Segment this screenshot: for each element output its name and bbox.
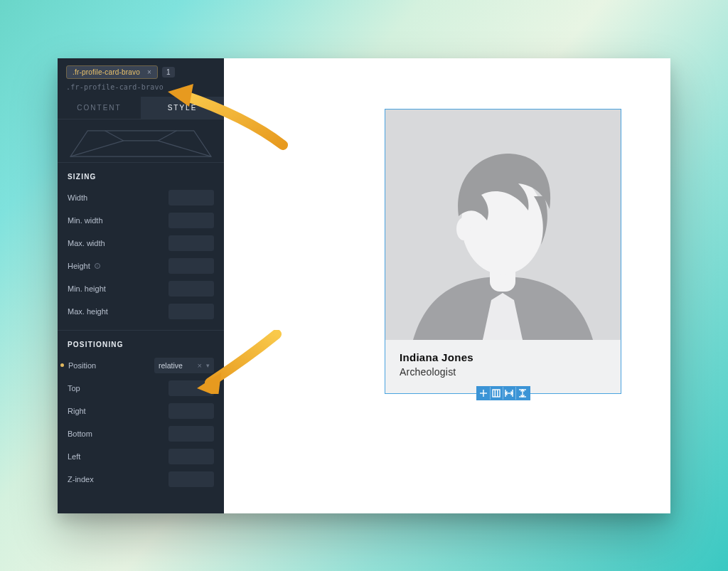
prop-max-height: Max. height: [68, 301, 214, 321]
svg-rect-9: [493, 390, 500, 397]
input-left[interactable]: [168, 449, 214, 464]
label-max-height: Max. height: [68, 307, 168, 316]
prop-z-index: Z-index: [68, 469, 214, 489]
input-height[interactable]: [168, 258, 214, 274]
element-toolbar: [476, 386, 530, 400]
selector-chip[interactable]: .fr-profile-card-bravo ×: [66, 65, 158, 79]
toolbar-spacing-h-button[interactable]: [503, 387, 516, 400]
prop-bottom: Bottom: [68, 424, 214, 444]
modified-indicator-icon: [60, 363, 64, 367]
profile-card-body: Indiana Jones Archeologist: [385, 340, 621, 393]
prop-width: Width: [68, 188, 214, 208]
label-height: Height i: [68, 262, 168, 270]
prop-min-height: Min. height: [68, 279, 214, 299]
input-right[interactable]: [168, 403, 214, 419]
tab-content[interactable]: CONTENT: [58, 97, 141, 119]
label-z-index: Z-index: [68, 475, 168, 484]
input-min-width[interactable]: [168, 213, 214, 228]
prop-left: Left: [68, 447, 214, 466]
selector-remove-icon[interactable]: ×: [147, 68, 151, 76]
selector-breadcrumb[interactable]: .fr-profile-card-bravo: [58, 83, 224, 97]
svg-line-1: [105, 130, 124, 140]
label-top: Top: [68, 384, 168, 393]
input-top[interactable]: [168, 380, 214, 396]
avatar-placeholder: [385, 110, 621, 340]
input-bottom[interactable]: [168, 426, 214, 442]
style-panel: .fr-profile-card-bravo × 1 .fr-profile-c…: [58, 58, 224, 513]
select-position[interactable]: relative × ▾: [154, 358, 214, 373]
clear-position-icon[interactable]: ×: [198, 361, 202, 370]
selector-chip-text: .fr-profile-card-bravo: [73, 68, 140, 76]
panel-tabs: CONTENT STYLE: [58, 97, 224, 119]
prop-right: Right: [68, 401, 214, 421]
prop-height: Height i: [68, 256, 214, 276]
prop-position: Position relative × ▾: [68, 356, 214, 375]
app-window: .fr-profile-card-bravo × 1 .fr-profile-c…: [58, 58, 670, 513]
input-max-height[interactable]: [168, 304, 214, 319]
label-right: Right: [68, 407, 168, 415]
prop-top: Top: [68, 378, 214, 398]
input-max-width[interactable]: [168, 235, 214, 251]
prop-max-width: Max. width: [68, 233, 214, 253]
input-width[interactable]: [168, 190, 214, 206]
profile-role: Archeologist: [400, 366, 606, 378]
section-title-sizing: SIZING: [68, 173, 214, 181]
section-sizing: SIZING Width Min. width Max. width Heigh…: [58, 162, 224, 330]
svg-marker-0: [70, 130, 211, 156]
profile-name: Indiana Jones: [400, 351, 606, 363]
svg-line-2: [158, 130, 176, 140]
toolbar-add-button[interactable]: [478, 387, 491, 400]
info-icon[interactable]: i: [95, 263, 100, 269]
label-position: Position: [68, 361, 154, 370]
toolbar-spacing-v-button[interactable]: [516, 387, 529, 400]
preview-canvas[interactable]: Indiana Jones Archeologist: [224, 58, 670, 513]
label-min-width: Min. width: [68, 216, 168, 225]
label-min-height: Min. height: [68, 284, 168, 293]
responsive-preview[interactable]: [69, 127, 213, 159]
input-min-height[interactable]: [168, 281, 214, 297]
tab-style[interactable]: STYLE: [141, 97, 224, 119]
label-bottom: Bottom: [68, 429, 168, 438]
svg-point-6: [456, 218, 471, 240]
profile-card[interactable]: Indiana Jones Archeologist: [385, 109, 621, 394]
select-position-value: relative: [159, 361, 193, 370]
input-z-index[interactable]: [168, 471, 214, 487]
label-max-width: Max. width: [68, 239, 168, 247]
label-left: Left: [68, 452, 168, 461]
section-positioning: POSITIONING Position relative × ▾ Top Ri…: [58, 330, 224, 498]
selector-match-count: 1: [162, 67, 175, 78]
prop-min-width: Min. width: [68, 210, 214, 230]
label-width: Width: [68, 193, 168, 202]
chevron-down-icon[interactable]: ▾: [206, 362, 210, 369]
toolbar-columns-button[interactable]: [491, 387, 503, 400]
section-title-positioning: POSITIONING: [68, 341, 214, 348]
selector-row: .fr-profile-card-bravo × 1: [58, 58, 224, 83]
